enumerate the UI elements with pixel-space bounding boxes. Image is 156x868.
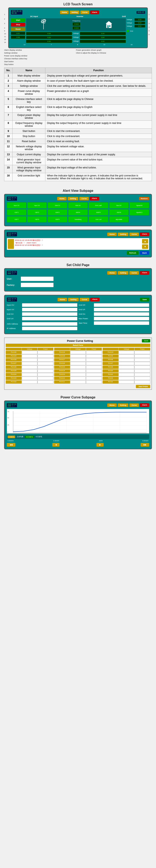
pc-power-input[interactable] — [37, 351, 53, 354]
pc-voltage-input[interactable] — [22, 354, 37, 358]
pc-power-input[interactable] — [86, 366, 102, 369]
pc-power-input[interactable] — [134, 380, 150, 384]
log-alarm-btn[interactable]: Alarm — [140, 232, 149, 236]
log-curve-btn[interactable]: Curve — [129, 232, 139, 236]
s-val-input-ov[interactable] — [22, 303, 77, 307]
lcd-stop-btn[interactable]: Stop — [11, 23, 25, 27]
pc-power-input[interactable] — [37, 377, 53, 380]
home-btn[interactable]: Home — [60, 10, 69, 14]
alert-home-btn[interactable]: Home — [57, 197, 67, 200]
pc-power-input[interactable] — [86, 362, 102, 365]
pc-power-input[interactable] — [86, 377, 102, 380]
s-val-input-uv[interactable] — [22, 308, 77, 311]
settings-save-btn[interactable]: Save — [140, 298, 149, 301]
alert-btn-igbt5[interactable]: IGBT5 — [89, 209, 108, 215]
pc-voltage-input[interactable] — [70, 362, 86, 365]
pc-power-input[interactable] — [134, 354, 150, 358]
st-curve-btn[interactable]: Curve — [80, 298, 90, 301]
alert-btn-grid-lostf[interactable]: Grid LostF — [89, 202, 108, 209]
pc-voltage-input[interactable] — [119, 351, 134, 354]
pc-voltage-input[interactable] — [22, 358, 37, 362]
pc-voltage-input[interactable] — [22, 377, 37, 380]
setting-btn[interactable]: Setting — [70, 10, 80, 14]
alert-btn-bus-ov[interactable]: Bus OV — [109, 202, 129, 209]
pc-power-input[interactable] — [134, 369, 150, 373]
curve-setting-btn[interactable]: Setting — [118, 403, 128, 407]
pc-power-input[interactable] — [86, 358, 102, 362]
power-curve-save-btn[interactable]: Save — [142, 339, 150, 342]
alert-btn-igbt7[interactable]: IGBT7 — [7, 216, 27, 222]
pc-power-input[interactable] — [86, 354, 102, 358]
curve-alarm-btn[interactable]: Alarm — [140, 403, 149, 407]
pc-power-input[interactable] — [37, 366, 53, 369]
pc-power-input[interactable] — [134, 351, 150, 354]
s-val-grid-uf[interactable] — [94, 308, 149, 311]
pc-power-input[interactable] — [86, 373, 102, 376]
pc-power-input[interactable] — [37, 358, 53, 362]
alert-btn-igbt9[interactable]: IGBT9 — [48, 216, 67, 222]
pc-voltage-input[interactable] — [119, 362, 134, 365]
lcd-start-btn[interactable]: Start — [11, 18, 25, 22]
alarm-btn[interactable]: Alarm — [90, 10, 99, 14]
curve-btn[interactable]: Curve — [80, 10, 89, 14]
curve-nav-prev-prev[interactable]: ◀◀ — [7, 443, 15, 446]
s-val-ams[interactable] — [22, 322, 77, 326]
pc-voltage-input[interactable] — [119, 373, 134, 376]
alert-btn-adjustable[interactable]: adjustable — [109, 216, 129, 222]
sc-setting-btn[interactable]: Setting — [118, 271, 128, 275]
alert-btn-inputoc2[interactable]: InputOC2 — [129, 209, 149, 215]
alert-btn-inpuer-ov[interactable]: InpuerOV — [129, 202, 149, 209]
alert-btn-something[interactable]: Something — [68, 216, 88, 222]
pc-power-input[interactable] — [37, 362, 53, 365]
pc-voltage-input[interactable] — [70, 351, 86, 354]
pc-power-input[interactable] — [134, 377, 150, 380]
s-val-grid-ov[interactable] — [22, 312, 77, 316]
user-input[interactable] — [21, 277, 54, 281]
alert-alarm-btn[interactable]: Alarm — [90, 197, 99, 200]
pc-voltage-input[interactable] — [70, 373, 86, 376]
pc-power-input[interactable] — [86, 351, 102, 354]
pc-voltage-input[interactable] — [22, 362, 37, 365]
pc-power-input[interactable] — [134, 373, 150, 376]
log-setting-btn[interactable]: Setting — [118, 232, 128, 236]
alert-btn-grid-ov[interactable]: Grid OV — [48, 202, 67, 209]
pc-voltage-input[interactable] — [119, 354, 134, 358]
pc-power-input[interactable] — [37, 380, 53, 384]
pc-voltage-input[interactable] — [70, 358, 86, 362]
sc-home-btn[interactable]: Home — [107, 271, 117, 275]
pc-power-input[interactable] — [134, 358, 150, 362]
start-point-btn[interactable]: Start Point — [136, 385, 150, 388]
pc-voltage-input[interactable] — [119, 380, 134, 384]
pc-power-input[interactable] — [134, 366, 150, 369]
alert-btn-input-ov[interactable]: Input OV — [7, 202, 27, 209]
s-val-start-time[interactable] — [94, 321, 149, 325]
factory-input[interactable] — [21, 283, 54, 287]
pc-power-input[interactable] — [37, 354, 53, 358]
pc-voltage-input[interactable] — [22, 351, 37, 354]
st-home-btn[interactable]: Home — [58, 298, 67, 301]
pc-voltage-input[interactable] — [22, 369, 37, 373]
lcd-reset-btn[interactable]: Reset — [11, 27, 25, 31]
pc-voltage-input[interactable] — [119, 358, 134, 362]
log-home-btn[interactable]: Home — [107, 232, 117, 236]
pc-voltage-input[interactable] — [70, 366, 86, 369]
pc-voltage-input[interactable] — [22, 366, 37, 369]
st-alarm-btn[interactable]: Alarm — [90, 298, 99, 301]
refresh-btn[interactable]: Refresh — [127, 251, 139, 255]
pc-power-input[interactable] — [37, 373, 53, 376]
back-btn[interactable]: Back — [140, 251, 149, 255]
pc-power-input[interactable] — [86, 380, 102, 384]
s-val-ip[interactable] — [22, 327, 77, 330]
pc-voltage-input[interactable] — [70, 377, 86, 380]
pc-voltage-input[interactable] — [70, 354, 86, 358]
sc-curve-btn[interactable]: Curve — [129, 271, 139, 275]
scroll-down-btn[interactable]: ▼ — [142, 244, 148, 249]
scroll-up-btn[interactable]: ▲ — [142, 239, 148, 244]
pc-voltage-input[interactable] — [70, 380, 86, 384]
curve-nav-next[interactable]: ▶ — [96, 443, 104, 446]
alert-btn-grid-uv[interactable]: Grid UV — [68, 202, 88, 209]
curve-nav-next-next[interactable]: ▶▶ — [141, 443, 149, 446]
pc-voltage-input[interactable] — [119, 369, 134, 373]
s-val-grid-of[interactable] — [94, 303, 149, 307]
alert-btn-input-uv[interactable]: Input UV — [27, 202, 47, 209]
